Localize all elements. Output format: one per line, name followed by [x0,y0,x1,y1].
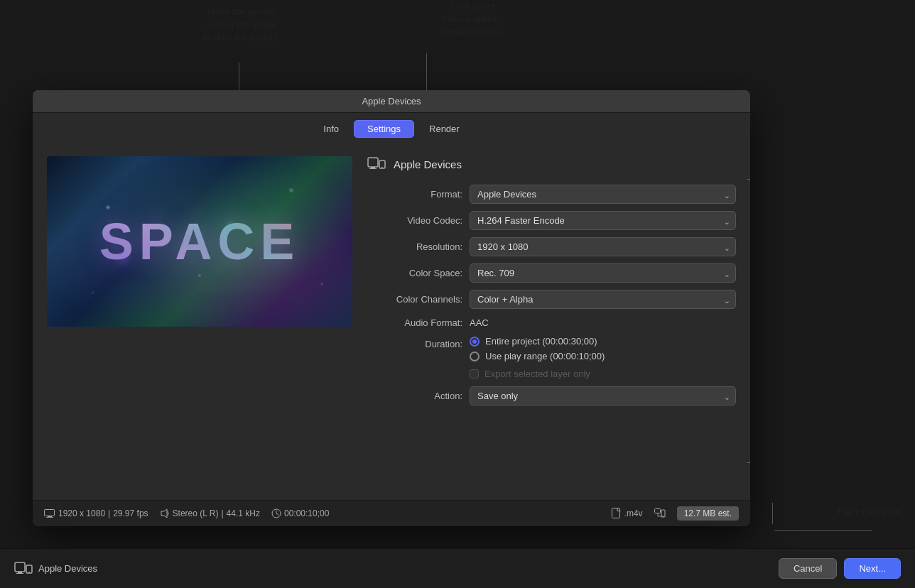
callout-right-line [426,53,427,94]
svg-rect-13 [15,562,25,572]
action-dropdown[interactable]: Save only [470,386,736,405]
file-information-line [772,503,773,524]
svg-rect-5 [45,510,55,516]
duration-label: Duration: [367,336,470,349]
format-control: Apple Devices [470,185,736,204]
color-channels-row: Color Channels: Color + Alpha [367,290,736,309]
entire-project-radio[interactable] [470,337,480,347]
resolution-label: Resolution: [367,241,470,252]
color-space-label: Color Space: [367,268,470,278]
settings-header: Apple Devices [367,156,736,172]
video-codec-dropdown-wrapper: H.264 Faster Encode [470,211,736,230]
svg-rect-0 [368,158,378,167]
color-space-control: Rec. 709 [470,263,736,283]
audio-value: Stereo (L R) [173,508,219,518]
svg-rect-12 [661,510,665,517]
svg-rect-2 [369,168,377,169]
color-space-row: Color Space: Rec. 709 [367,263,736,283]
color-channels-dropdown[interactable]: Color + Alpha [470,290,736,309]
resolution-dropdown[interactable]: 1920 x 1080 [470,237,736,256]
video-codec-label: Video Codec: [367,215,470,226]
export-dialog: Apple Devices Info Settings Render SPACE [33,90,750,526]
file-information-bracket [774,530,872,531]
audio-format-row: Audio Format: AAC [367,316,736,329]
action-row: Action: Save only [367,386,736,405]
resolution-dropdown-wrapper: 1920 x 1080 [470,237,736,256]
duration-radio-group: Entire project (00:00:30;00) Use play ra… [470,336,736,379]
svg-rect-11 [654,509,660,513]
settings-panel-title: Apple Devices [394,158,462,170]
tab-info[interactable]: Info [310,120,352,138]
export-selected-layer-row: Export selected layer only [470,369,736,379]
tab-settings[interactable]: Settings [354,120,414,138]
preview-panel: SPACE [47,156,352,489]
duration-value: 00:00:10;00 [284,508,329,518]
color-space-dropdown-wrapper: Rec. 709 [470,263,736,283]
video-codec-control: H.264 Faster Encode [470,211,736,230]
resolution-info: 1920 x 1080 | 29.97 fps [44,508,148,518]
svg-marker-8 [161,509,167,518]
callout-left: Move the pointer over of the image to sk… [178,6,305,45]
svg-rect-14 [18,572,22,573]
sample-rate-value: 44.1 kHz [227,508,260,518]
audio-info: Stereo (L R) | 44.1 kHz [160,508,260,518]
entire-project-radio-row[interactable]: Entire project (00:00:30;00) [470,336,736,347]
video-codec-dropdown[interactable]: H.264 Faster Encode [470,211,736,230]
entire-project-label: Entire project (00:00:30;00) [485,336,597,347]
file-icon [612,508,622,519]
svg-rect-6 [48,516,52,518]
format-dropdown[interactable]: Apple Devices [470,185,736,204]
play-range-radio[interactable] [470,352,480,361]
next-button[interactable]: Next... [844,558,901,579]
file-information-label: File information [838,506,901,517]
export-layer-checkbox[interactable] [470,369,479,379]
format-label: Format: [367,189,470,200]
tab-render[interactable]: Render [416,120,473,138]
callout-right: Click to set Motion-specific render opti… [408,0,536,39]
svg-rect-15 [16,573,23,574]
svg-rect-1 [371,167,375,168]
file-ext-info: .m4v [612,508,643,519]
settings-panel: Apple Devices Format: Apple Devices Vide… [352,156,736,489]
format-row: Format: Apple Devices [367,185,736,204]
duration-row: Duration: Entire project (00:00:30;00) U… [367,336,736,379]
resolution-row: Resolution: 1920 x 1080 [367,237,736,256]
dialog-content: SPACE Apple Devices [33,145,750,500]
resolution-control: 1920 x 1080 [470,237,736,256]
file-size-badge: 12.7 MB est. [677,506,739,521]
export-icon-info [654,508,666,518]
color-space-dropdown[interactable]: Rec. 709 [470,263,736,283]
svg-rect-7 [46,517,53,518]
footer-device: Apple Devices [14,562,97,576]
cancel-button[interactable]: Cancel [779,558,837,579]
format-dropdown-wrapper: Apple Devices [470,185,736,204]
export-layer-label: Export selected layer only [484,369,590,379]
svg-point-4 [381,167,383,168]
dialog-title: Apple Devices [362,96,421,107]
audio-format-control: AAC [470,316,736,329]
play-range-radio-row[interactable]: Use play range (00:00:10;00) [470,351,736,361]
export-icon [654,508,666,518]
svg-point-17 [28,571,30,572]
audio-icon [160,508,170,518]
audio-separator: | [221,508,223,518]
action-dropdown-wrapper: Save only [470,386,736,405]
preview-image[interactable]: SPACE [47,156,352,327]
svg-rect-10 [612,508,619,518]
tab-bar: Info Settings Render [33,113,750,145]
video-codec-row: Video Codec: H.264 Faster Encode [367,211,736,230]
footer-device-label: Apple Devices [38,563,97,574]
share-settings-bracket [747,179,750,463]
bottom-bar: 1920 x 1080 | 29.97 fps Stereo (L R) | 4… [33,500,750,526]
dialog-titlebar: Apple Devices [33,90,750,113]
color-channels-control: Color + Alpha [470,290,736,309]
nebula-overlay [47,156,352,327]
action-control: Save only [470,386,736,405]
duration-control: Entire project (00:00:30;00) Use play ra… [470,336,736,379]
resolution-separator: | [108,508,110,518]
duration-icon [271,508,281,518]
audio-format-label: Audio Format: [367,317,470,328]
resolution-icon [44,509,55,518]
audio-format-value: AAC [470,314,489,332]
play-range-label: Use play range (00:00:10;00) [485,351,605,361]
